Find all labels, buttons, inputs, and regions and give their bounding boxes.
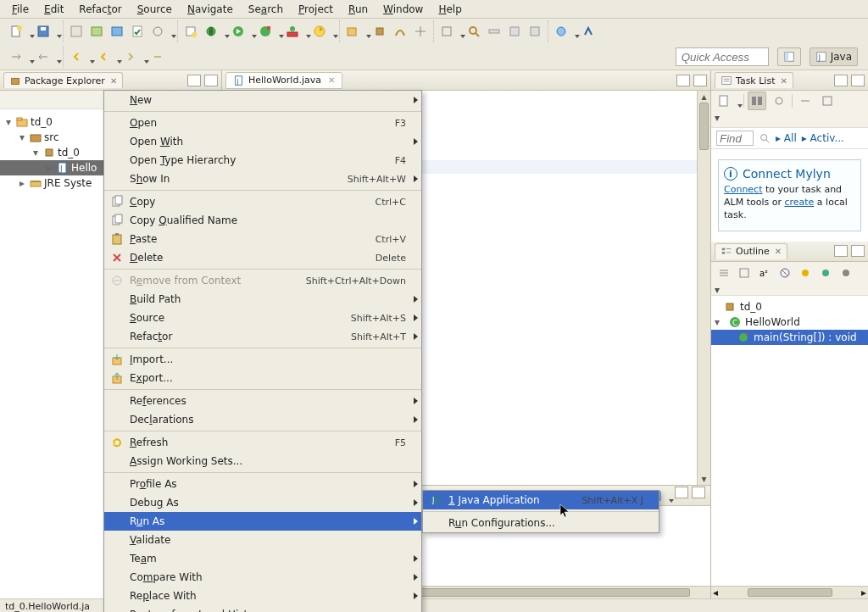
quick-access-input[interactable] (676, 47, 769, 66)
ctx-show-in[interactable]: Show InShift+Alt+W (104, 170, 421, 188)
outline-scrollbar[interactable]: ◂▸ (711, 586, 868, 598)
ctx-declarations[interactable]: Declarations (104, 410, 421, 429)
new-button[interactable] (7, 22, 32, 41)
maximize-button[interactable] (204, 75, 218, 86)
maximize-button[interactable] (693, 75, 707, 86)
menu-source[interactable]: Source (131, 2, 179, 17)
ctx-source[interactable]: SourceShift+Alt+S (104, 309, 421, 327)
tool-icon[interactable] (796, 264, 815, 282)
tool-icon[interactable] (411, 22, 430, 41)
tool-icon[interactable] (748, 92, 766, 110)
tool-icon[interactable] (7, 47, 32, 66)
tool-icon[interactable] (87, 22, 106, 41)
ctx-references[interactable]: References (104, 392, 421, 410)
ctx-open-with[interactable]: Open With (104, 132, 421, 151)
ctx-copy[interactable]: CopyCtrl+C (104, 192, 421, 211)
tool-icon[interactable] (343, 22, 369, 41)
tool-icon[interactable] (837, 264, 855, 282)
ctx-build-path[interactable]: Build Path (104, 290, 421, 309)
tool-icon[interactable] (770, 92, 788, 110)
tool-icon[interactable] (505, 22, 524, 41)
minimize-button[interactable] (834, 245, 848, 257)
ctx-export-[interactable]: Export... (104, 369, 421, 387)
tool-icon[interactable] (128, 22, 147, 41)
minimize-button[interactable] (676, 75, 690, 86)
up-button[interactable] (148, 47, 167, 66)
tool-icon[interactable] (816, 264, 835, 282)
minimize-button[interactable] (187, 75, 201, 86)
editor-scrollbar[interactable]: ▴ ▾ (697, 91, 710, 485)
ctx-run-as[interactable]: Run As (104, 512, 421, 531)
tool-icon[interactable]: aᶻ (755, 264, 774, 282)
menu-project[interactable]: Project (292, 2, 340, 17)
tool-icon[interactable] (181, 22, 200, 41)
menu-help[interactable]: Help (431, 2, 468, 17)
tool-icon[interactable] (735, 264, 754, 282)
ctx-copy-qualified-name[interactable]: Copy Qualified Name (104, 211, 421, 230)
menu-window[interactable]: Window (376, 2, 430, 17)
maximize-button[interactable] (851, 245, 865, 257)
ctx-open[interactable]: OpenF3 (104, 114, 421, 132)
new-package-button[interactable] (370, 22, 389, 41)
ctx-paste[interactable]: PasteCtrl+V (104, 230, 421, 248)
back-button[interactable] (67, 47, 92, 66)
java-perspective-button[interactable]: JJava (810, 47, 858, 66)
coverage-button[interactable] (256, 22, 281, 41)
back-button[interactable] (94, 47, 120, 66)
tool-icon[interactable] (715, 92, 740, 110)
ctx-assign-working-sets-[interactable]: Assign Working Sets... (104, 452, 421, 470)
ctx-validate[interactable]: Validate (104, 531, 421, 549)
menu-edit[interactable]: Edit (37, 2, 70, 17)
tool-icon[interactable] (579, 22, 598, 41)
ctx-restore-from-local-history-[interactable]: Restore from Local History... (104, 605, 421, 612)
save-button[interactable] (34, 22, 59, 41)
search-button[interactable] (465, 22, 483, 41)
mylyn-connect-link[interactable]: Connect (724, 184, 762, 195)
ctx-new[interactable]: New (104, 91, 421, 109)
run-button[interactable] (229, 22, 254, 41)
maximize-button[interactable] (692, 487, 705, 498)
tasklist-all-link[interactable]: All (784, 132, 797, 144)
ctx-refactor[interactable]: RefactorShift+Alt+T (104, 327, 421, 346)
ctx-debug-as[interactable]: Debug As (104, 493, 421, 512)
debug-button[interactable] (202, 22, 227, 41)
ctx-import-[interactable]: Import... (104, 350, 421, 369)
tool-icon[interactable] (67, 22, 86, 41)
tool-icon[interactable] (391, 22, 409, 41)
tool-icon[interactable] (715, 264, 733, 282)
menu-navigate[interactable]: Navigate (181, 2, 240, 17)
external-tools-button[interactable] (283, 22, 309, 41)
tool-icon[interactable] (108, 22, 126, 41)
tasklist-activate-link[interactable]: Activ... (810, 132, 844, 144)
menu-file[interactable]: File (5, 2, 36, 17)
tool-icon[interactable] (526, 22, 544, 41)
menu-refactor[interactable]: Refactor (72, 2, 128, 17)
runas-run-configurations-[interactable]: Run Configurations... (423, 514, 659, 532)
editor-tab[interactable]: J HelloWorld.java ✕ (225, 72, 342, 89)
tasklist-find-input[interactable] (716, 131, 754, 146)
close-icon[interactable]: ✕ (780, 76, 787, 86)
menu-search[interactable]: Search (242, 2, 290, 17)
ctx-team[interactable]: Team (104, 549, 421, 568)
mylyn-create-link[interactable]: create (784, 197, 814, 208)
menu-run[interactable]: Run (342, 2, 375, 17)
minimize-button[interactable] (834, 75, 848, 86)
tool-icon[interactable] (818, 92, 837, 110)
open-perspective-button[interactable] (777, 47, 801, 66)
ctx-replace-with[interactable]: Replace With (104, 587, 421, 605)
ctx-open-type-hierarchy[interactable]: Open Type HierarchyF4 (104, 151, 421, 170)
ctx-delete[interactable]: DeleteDelete (104, 248, 421, 267)
close-icon[interactable]: ✕ (110, 76, 117, 86)
minimize-button[interactable] (675, 487, 688, 498)
tasklist-tab[interactable]: Task List ✕ (715, 72, 793, 88)
forward-button[interactable] (121, 47, 147, 66)
close-icon[interactable]: ✕ (775, 247, 782, 256)
profile-button[interactable] (310, 22, 336, 41)
tool-icon[interactable] (776, 264, 794, 282)
tool-icon[interactable] (34, 47, 59, 66)
close-icon[interactable]: ✕ (328, 75, 335, 85)
tool-icon[interactable] (485, 22, 504, 41)
tool-icon[interactable] (552, 22, 577, 41)
runas-1-java-application[interactable]: J1 Java ApplicationShift+Alt+X J (423, 491, 659, 509)
outline-method-selected[interactable]: smain(String[]) : void (711, 330, 868, 345)
